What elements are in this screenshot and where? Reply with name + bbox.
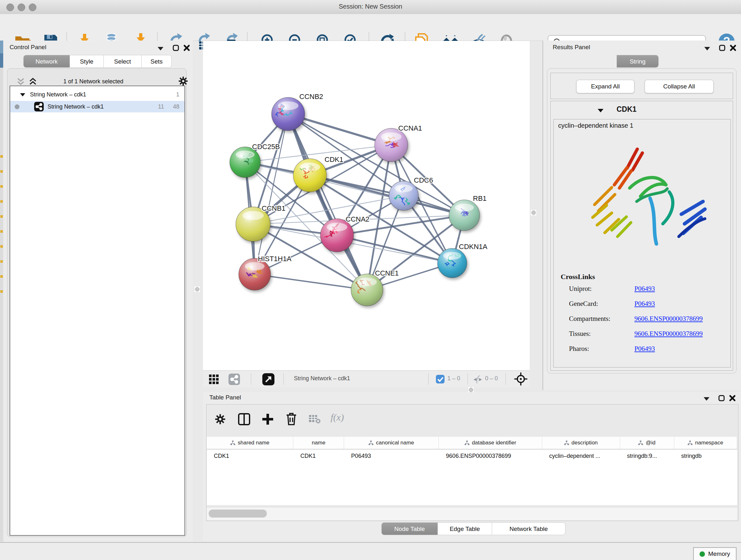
- network-edges: [245, 114, 464, 290]
- network-row-label: String Network – cdk1: [48, 104, 104, 110]
- results-panel-collapse-icon[interactable]: [704, 46, 711, 51]
- node-CDK1[interactable]: [293, 159, 327, 192]
- node-label-CDC6: CDC6: [414, 176, 433, 184]
- network-node-count: 11: [158, 104, 164, 110]
- table-gear-icon[interactable]: [214, 413, 226, 425]
- crosslinks-list: Uniprot:P06493GeneCard:P06493Compartment…: [569, 285, 725, 360]
- table-panel: Table Panel f(x) shared namenamecanonica…: [203, 392, 741, 542]
- control-panel-collapse-icon[interactable]: [157, 46, 164, 51]
- node-CDC25B[interactable]: [230, 147, 260, 178]
- selected-checkbox-icon[interactable]: [436, 375, 445, 383]
- collapse-all-button[interactable]: Collapse All: [645, 80, 714, 93]
- node-label-CCNB2: CCNB2: [299, 92, 323, 101]
- node-HIST1H1A[interactable]: [239, 258, 271, 290]
- delete-column-icon[interactable]: [285, 412, 298, 426]
- node-CCNB2[interactable]: [272, 98, 305, 131]
- column-header-@id[interactable]: @id: [620, 437, 674, 449]
- column-header-description[interactable]: description: [542, 437, 620, 449]
- crosslink-value-link[interactable]: 9606.ENSP00000378699: [634, 330, 703, 338]
- table-cell[interactable]: CDK1: [207, 449, 293, 462]
- show-columns-icon[interactable]: [238, 413, 251, 426]
- node-RB1[interactable]: [449, 200, 480, 231]
- memory-button[interactable]: Memory: [693, 547, 737, 560]
- table-panel-close-icon[interactable]: [729, 395, 736, 401]
- cdk1-section: CDK1 cyclin–dependent kinase 1: [550, 101, 733, 371]
- main-toolbar: ?: [0, 14, 741, 41]
- function-builder-icon: f(x): [331, 412, 344, 423]
- title-bar: Session: New Session: [0, 0, 741, 14]
- table-cell[interactable]: 9606.ENSP00000378699: [439, 449, 542, 462]
- shared-column-icon: [638, 441, 643, 445]
- node-label-RB1: RB1: [473, 194, 487, 202]
- protein-structure-image: [576, 137, 713, 265]
- expand-all-button[interactable]: Expand All: [576, 80, 634, 93]
- table-hscrollbar[interactable]: [207, 507, 737, 520]
- vertical-splitter-handle[interactable]: [530, 209, 537, 216]
- shared-column-icon: [564, 441, 569, 445]
- node-CDC6[interactable]: [389, 181, 418, 210]
- network-row[interactable]: String Network – cdk1 11 48: [10, 101, 185, 112]
- column-header-shared-name[interactable]: shared name: [207, 437, 293, 449]
- network-collection-row[interactable]: String Network – cdk1 1: [10, 89, 185, 100]
- table-cell[interactable]: stringdb: [674, 449, 737, 462]
- edge-HIST1H1A-CCNE1[interactable]: [255, 274, 367, 290]
- node-label-CCNE1: CCNE1: [375, 269, 399, 277]
- edge-CCNB2-HIST1H1A[interactable]: [255, 114, 288, 274]
- network-view-toolbar: String Network – cdk1 1 – 0 0 – 0: [203, 370, 530, 387]
- birdseye-crosshair-icon[interactable]: [514, 372, 528, 386]
- table-panel-collapse-icon[interactable]: [703, 396, 710, 401]
- table-hscrollbar-thumb[interactable]: [209, 509, 267, 517]
- column-header-namespace[interactable]: namespace: [674, 437, 737, 449]
- tab-sets[interactable]: Sets: [142, 55, 172, 68]
- table-row[interactable]: CDK1CDK1P064939606.ENSP00000378699cyclin…: [207, 449, 737, 462]
- tree-expander-icon[interactable]: [20, 92, 25, 97]
- add-column-icon[interactable]: [261, 413, 274, 426]
- node-label-CDKN1A: CDKN1A: [459, 243, 488, 251]
- column-header-database-identifier[interactable]: database identifier: [439, 437, 542, 449]
- table-cell[interactable]: P06493: [344, 449, 439, 462]
- tab-string[interactable]: String: [616, 55, 659, 68]
- section-expander-icon[interactable]: [597, 108, 604, 113]
- node-CCNA2[interactable]: [320, 219, 354, 252]
- results-panel-float-icon[interactable]: [719, 44, 726, 51]
- share-network-icon[interactable]: [228, 374, 240, 385]
- control-panel-close-icon[interactable]: [183, 44, 190, 51]
- crosslink-value-link[interactable]: P06493: [634, 345, 655, 353]
- table-cell[interactable]: stringdb:9...: [620, 449, 674, 462]
- column-header-name[interactable]: name: [293, 437, 344, 449]
- network-selection-status: 1 of 1 Network selected: [4, 78, 183, 85]
- network-status-dot-icon: [15, 105, 19, 109]
- crosslink-value-link[interactable]: P06493: [634, 285, 655, 293]
- open-in-new-window-icon[interactable]: [262, 373, 274, 385]
- column-header-label: shared name: [238, 440, 269, 446]
- tab-edge-table[interactable]: Edge Table: [438, 522, 492, 535]
- node-CCNA1[interactable]: [375, 128, 408, 162]
- tab-style[interactable]: Style: [70, 55, 104, 68]
- table-panel-float-icon[interactable]: [718, 395, 725, 401]
- crosslink-row: GeneCard:P06493: [569, 300, 725, 308]
- vertical-splitter-handle[interactable]: [194, 286, 200, 293]
- table-cell[interactable]: CDK1: [293, 449, 344, 462]
- cytoscape-window: Session: New Session: [0, 0, 741, 560]
- status-bar: Memory: [0, 542, 741, 560]
- crosslink-value-link[interactable]: P06493: [634, 300, 655, 308]
- node-CCNE1[interactable]: [351, 274, 383, 306]
- edge-CCNB2-CCNE1[interactable]: [288, 114, 367, 290]
- crosslink-row: Pharos:P06493: [569, 345, 725, 353]
- table-cell[interactable]: cyclin–dependent ...: [542, 449, 620, 462]
- crosslink-value-link[interactable]: 9606.ENSP00000378699: [634, 315, 703, 323]
- column-header-canonical-name[interactable]: canonical name: [344, 437, 439, 449]
- node-CDKN1A[interactable]: [437, 248, 467, 278]
- birdseye-grid-icon[interactable]: [209, 374, 219, 384]
- control-panel-float-icon[interactable]: [172, 44, 179, 51]
- tab-network-table[interactable]: Network Table: [492, 522, 565, 535]
- tab-network[interactable]: Network: [23, 55, 70, 68]
- results-panel-title: Results Panel: [553, 44, 590, 51]
- gear-icon[interactable]: [178, 76, 189, 86]
- tab-node-table[interactable]: Node Table: [381, 522, 438, 535]
- separator: [428, 373, 428, 385]
- network-canvas[interactable]: CCNB2CCNA1CDC25BCDK1CDC6RB1CCNB1CCNA2CDK…: [203, 41, 530, 370]
- tab-select[interactable]: Select: [104, 55, 142, 68]
- network-collection-count: 1: [176, 91, 179, 98]
- results-panel-close-icon[interactable]: [730, 44, 737, 51]
